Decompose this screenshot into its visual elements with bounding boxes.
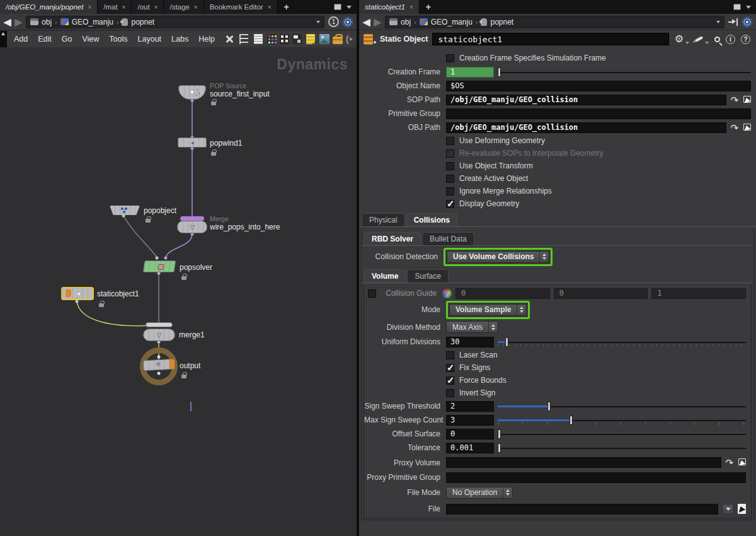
brush-icon[interactable] <box>695 36 703 42</box>
layout-boxes-icon[interactable] <box>292 34 302 44</box>
object-name-field[interactable]: $OS <box>446 81 751 91</box>
division-method-dropdown[interactable]: Max Axis <box>446 321 498 333</box>
sop-path-field[interactable]: /obj/GEO_manju/GEO_collision <box>446 95 726 105</box>
obj-path-field[interactable]: /obj/GEO_manju/GEO_collision <box>446 122 726 133</box>
back-icon[interactable]: ◀ <box>4 17 11 26</box>
tab-bookmark-editor[interactable]: Bookmark Editor × <box>204 0 278 14</box>
sign-sweep-threshold-field[interactable]: 2 <box>446 401 494 412</box>
fix-signs-checkbox[interactable] <box>446 364 454 372</box>
select-operator-icon[interactable] <box>742 123 751 132</box>
collision-detection-dropdown[interactable]: Use Volume Collisions <box>447 251 549 263</box>
node-popwind1[interactable] <box>178 137 207 148</box>
link-badge[interactable]: 1 <box>328 16 339 27</box>
close-icon[interactable]: × <box>88 4 91 11</box>
info-icon[interactable]: i <box>726 35 735 44</box>
help-icon[interactable]: ? <box>741 35 750 44</box>
proxy-volume-field[interactable] <box>446 457 721 468</box>
network-canvas[interactable]: Dynamics POP Source source_first_inpu <box>0 47 357 536</box>
max-sign-sweep-count-field[interactable]: 3 <box>446 415 494 426</box>
collision-guide-checkbox[interactable] <box>368 289 376 298</box>
node-popobject[interactable] <box>110 206 140 215</box>
breadcrumb-geo-manju[interactable]: GEO_manju <box>431 18 472 26</box>
creation-frame-field[interactable]: 1 <box>446 67 494 78</box>
tab-popnet[interactable]: /obj/GEO_manju/popnet × <box>0 0 98 14</box>
laser-scan-checkbox[interactable] <box>446 351 454 359</box>
node-merge1[interactable]: ▽ <box>143 329 175 341</box>
breadcrumb-obj[interactable]: obj <box>42 18 52 26</box>
node-staticobject1[interactable] <box>61 287 94 300</box>
close-icon[interactable]: × <box>122 4 126 11</box>
file-chooser-icon[interactable] <box>738 504 746 514</box>
offset-surface-slider[interactable] <box>498 429 746 440</box>
ignore-merge-relationships-checkbox[interactable] <box>446 187 454 195</box>
primitive-group-field[interactable] <box>446 108 751 119</box>
tab-physical[interactable]: Physical <box>362 213 405 226</box>
background-image-icon[interactable] <box>319 34 329 44</box>
file-field[interactable] <box>446 504 718 515</box>
menu-layout[interactable]: Layout <box>133 35 167 44</box>
sticky-note-icon[interactable] <box>306 34 315 44</box>
select-operator-icon[interactable] <box>742 95 751 105</box>
sign-sweep-threshold-slider[interactable] <box>498 401 746 412</box>
menu-go[interactable]: Go <box>57 35 77 44</box>
uniform-divisions-field[interactable]: 30 <box>446 337 494 347</box>
close-icon[interactable]: × <box>268 4 272 11</box>
tab-collisions[interactable]: Collisions <box>406 213 457 226</box>
search-icon[interactable] <box>714 37 720 42</box>
gear-icon[interactable]: ⚙ <box>675 34 684 44</box>
color-wheel-icon[interactable] <box>442 289 452 298</box>
proxy-primitive-group-field[interactable] <box>446 472 746 483</box>
forward-icon[interactable]: ▶ <box>15 17 23 26</box>
menu-labs[interactable]: Labs <box>166 35 193 44</box>
uniform-divisions-slider[interactable] <box>498 337 746 347</box>
jump-to-operator-icon[interactable]: ↷ <box>730 123 738 132</box>
path-field[interactable]: obj › GEO_manju › popnet <box>385 16 724 28</box>
scroll-more-icon[interactable]: ( <box>346 34 353 44</box>
close-icon[interactable]: × <box>154 4 158 11</box>
new-tab-button[interactable]: + <box>278 0 295 14</box>
follow-target-icon[interactable] <box>742 17 752 27</box>
toolbox-icon[interactable] <box>333 37 343 44</box>
node-output[interactable] <box>143 359 176 371</box>
pin-icon[interactable] <box>728 18 738 26</box>
back-icon[interactable]: ◀ <box>363 17 370 26</box>
jump-to-operator-icon[interactable]: ↷ <box>725 458 733 467</box>
tree-list-icon[interactable] <box>239 34 248 44</box>
tab-staticobject1[interactable]: staticobject1 × <box>359 0 420 14</box>
offset-surface-field[interactable]: 0 <box>446 429 494 440</box>
tab-out[interactable]: /out × <box>132 0 164 14</box>
file-mode-dropdown[interactable]: No Operation <box>446 487 513 499</box>
close-icon[interactable]: × <box>194 4 198 11</box>
tolerance-field[interactable]: 0.001 <box>446 443 494 453</box>
tab-surface[interactable]: Surface <box>407 269 448 283</box>
max-sign-sweep-count-slider[interactable] <box>498 415 746 426</box>
path-dropdown-icon[interactable] <box>316 21 320 23</box>
select-operator-icon[interactable] <box>737 458 746 467</box>
use-deforming-geometry-checkbox[interactable] <box>446 137 454 145</box>
creation-frame-specifies-checkbox[interactable] <box>446 54 454 62</box>
menu-tools[interactable]: Tools <box>104 35 132 44</box>
node-wire-pops-into-here[interactable]: ▽ <box>177 221 207 233</box>
display-geometry-checkbox[interactable] <box>446 200 454 208</box>
color-palette-icon[interactable] <box>267 34 277 44</box>
breadcrumb-obj[interactable]: obj <box>401 18 411 26</box>
tools-icon[interactable] <box>224 34 235 44</box>
menu-help[interactable]: Help <box>193 35 220 44</box>
forward-icon[interactable]: ▶ <box>374 17 382 26</box>
invert-sign-checkbox[interactable] <box>446 389 454 397</box>
creation-frame-slider[interactable] <box>498 67 751 78</box>
create-active-object-checkbox[interactable] <box>446 175 454 183</box>
notes-icon[interactable] <box>254 34 263 44</box>
pane-menu-arrow-icon[interactable] <box>346 6 352 9</box>
tab-rbd-solver[interactable]: RBD Solver <box>364 232 421 245</box>
tab-stage[interactable]: /stage × <box>164 0 203 14</box>
operator-name-field[interactable]: staticobject1 <box>432 33 668 45</box>
close-icon[interactable]: × <box>410 4 413 11</box>
breadcrumb-geo-manju[interactable]: GEO_manju <box>72 18 113 26</box>
path-dropdown-icon[interactable] <box>716 21 720 23</box>
new-tab-button[interactable]: + <box>420 0 437 14</box>
menu-add[interactable]: Add <box>9 35 33 44</box>
tab-mat[interactable]: /mat × <box>98 0 132 14</box>
mode-dropdown[interactable]: Volume Sample <box>449 304 527 316</box>
tolerance-slider[interactable] <box>498 443 746 453</box>
